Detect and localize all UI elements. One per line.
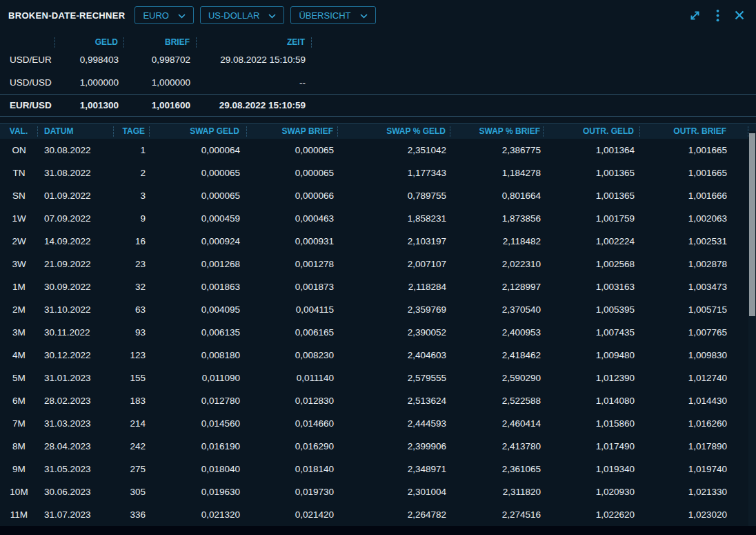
pair-cell: USD/EUR: [0, 55, 55, 65]
val-cell: 5M: [0, 373, 38, 383]
outr-brief-cell: 1,021330: [640, 487, 748, 497]
val-cell: 11M: [0, 509, 38, 520]
chevron-down-icon: [268, 10, 276, 21]
outr-geld-cell: 1,003163: [544, 282, 640, 292]
swap-brief-cell: 0,000066: [247, 191, 338, 201]
header-swap-brief: SWAP BRIEF: [247, 126, 338, 137]
outr-brief-cell: 1,016260: [640, 418, 748, 429]
swap-pct-geld-cell: 2,103197: [338, 236, 450, 246]
swap-geld-cell: 0,001268: [150, 259, 247, 269]
table-row[interactable]: 3M 30.11.2022 93 0,006135 0,006165 2,390…: [0, 321, 756, 344]
outr-geld-cell: 1,001364: [544, 145, 640, 155]
val-cell: 3W: [0, 259, 38, 269]
rates-table: GELD BRIEF ZEIT USD/EUR 0,998403 0,99870…: [0, 36, 756, 117]
outr-brief-cell: 1,014430: [640, 396, 748, 406]
datum-cell: 07.09.2022: [38, 213, 114, 224]
swap-pct-geld-cell: 2,444593: [338, 418, 450, 429]
swap-pct-geld-cell: 2,351042: [338, 145, 450, 155]
swap-pct-brief-cell: 2,386775: [450, 145, 544, 155]
swap-brief-cell: 0,001278: [247, 259, 338, 269]
table-row[interactable]: SN 01.09.2022 3 0,000065 0,000066 0,7897…: [0, 184, 756, 207]
rates-row[interactable]: USD/USD 1,000000 1,000000 --: [0, 71, 756, 94]
val-cell: 1W: [0, 213, 38, 224]
outr-brief-cell: 1,001666: [640, 191, 748, 201]
tage-cell: 32: [114, 282, 150, 292]
swap-geld-cell: 0,006135: [150, 327, 247, 338]
table-row[interactable]: 3W 21.09.2022 23 0,001268 0,001278 2,007…: [0, 253, 756, 275]
currency-dropdown-euro[interactable]: EURO: [135, 6, 194, 24]
header-swap-pct-brief: SWAP % BRIEF: [450, 126, 544, 137]
swap-pct-geld-cell: 2,301004: [338, 487, 450, 497]
table-row[interactable]: 11M 31.07.2023 336 0,021320 0,021420 2,2…: [0, 503, 756, 526]
tage-cell: 9: [114, 213, 150, 224]
geld-cell: 0,998403: [55, 55, 124, 65]
dropdown-label: ÜBERSICHT: [299, 10, 350, 21]
swap-pct-brief-cell: 2,118482: [450, 236, 544, 246]
broken-date-table-body: ON 30.08.2022 1 0,000064 0,000065 2,3510…: [0, 139, 756, 526]
swap-brief-cell: 0,014660: [247, 418, 338, 429]
tage-cell: 214: [114, 418, 150, 429]
tage-cell: 123: [114, 350, 150, 360]
close-icon[interactable]: [734, 10, 745, 21]
vertical-scrollbar[interactable]: [748, 131, 756, 526]
swap-pct-brief-cell: 2,418462: [450, 350, 544, 360]
scrollbar-thumb[interactable]: [749, 133, 755, 316]
datum-cell: 31.05.2023: [38, 464, 114, 474]
zeit-cell: 29.08.2022 15:10:59: [197, 55, 312, 65]
outr-brief-cell: 1,002531: [640, 236, 748, 246]
outr-geld-cell: 1,022620: [544, 509, 640, 520]
rates-header-brief: BRIEF: [124, 37, 197, 48]
view-dropdown-uebersicht[interactable]: ÜBERSICHT: [290, 6, 375, 24]
maximize-icon[interactable]: [688, 9, 702, 22]
swap-brief-cell: 0,016290: [247, 441, 338, 451]
swap-pct-brief-cell: 2,361065: [450, 464, 544, 474]
datum-cell: 30.08.2022: [38, 145, 114, 155]
swap-pct-brief-cell: 2,370540: [450, 304, 544, 315]
val-cell: 3M: [0, 327, 38, 338]
table-row[interactable]: 2M 31.10.2022 63 0,004095 0,004115 2,359…: [0, 298, 756, 321]
datum-cell: 30.12.2022: [38, 350, 114, 360]
swap-geld-cell: 0,021320: [150, 509, 247, 520]
datum-cell: 31.08.2022: [38, 168, 114, 178]
swap-pct-geld-cell: 2,579555: [338, 373, 450, 383]
rates-header-zeit: ZEIT: [197, 37, 312, 48]
table-row[interactable]: 10M 30.06.2023 305 0,019630 0,019730 2,3…: [0, 480, 756, 503]
swap-geld-cell: 0,004095: [150, 304, 247, 315]
table-row[interactable]: 1M 30.09.2022 32 0,001863 0,001873 2,118…: [0, 275, 756, 298]
datum-cell: 31.03.2023: [38, 418, 114, 429]
brief-cell: 0,998702: [124, 55, 197, 65]
table-row[interactable]: 8M 28.04.2023 242 0,016190 0,016290 2,39…: [0, 435, 756, 458]
table-row[interactable]: TN 31.08.2022 2 0,000065 0,000065 1,1773…: [0, 162, 756, 184]
tage-cell: 305: [114, 487, 150, 497]
broken-date-table-header: VAL. DATUM TAGE SWAP GELD SWAP BRIEF SWA…: [0, 123, 756, 139]
table-row[interactable]: 4M 30.12.2022 123 0,008180 0,008230 2,40…: [0, 344, 756, 367]
outr-brief-cell: 1,019740: [640, 464, 748, 474]
pair-cell: EUR/USD: [0, 100, 55, 110]
outr-geld-cell: 1,001365: [544, 168, 640, 178]
window-controls: [688, 9, 745, 22]
chevron-down-icon: [360, 10, 368, 21]
swap-pct-geld-cell: 2,404603: [338, 350, 450, 360]
rates-row[interactable]: USD/EUR 0,998403 0,998702 29.08.2022 15:…: [0, 48, 756, 71]
currency-dropdown-usdollar[interactable]: US-DOLLAR: [200, 6, 284, 24]
table-row[interactable]: 7M 31.03.2023 214 0,014560 0,014660 2,44…: [0, 412, 756, 435]
outr-geld-cell: 1,014080: [544, 396, 640, 406]
swap-pct-geld-cell: 0,789755: [338, 191, 450, 201]
table-row[interactable]: 1W 07.09.2022 9 0,000459 0,000463 1,8582…: [0, 207, 756, 230]
datum-cell: 31.01.2023: [38, 373, 114, 383]
table-row[interactable]: ON 30.08.2022 1 0,000064 0,000065 2,3510…: [0, 139, 756, 162]
val-cell: 10M: [0, 487, 38, 497]
table-row[interactable]: 2W 14.09.2022 16 0,000924 0,000931 2,103…: [0, 230, 756, 253]
swap-geld-cell: 0,011090: [150, 373, 247, 383]
menu-kebab-icon[interactable]: [716, 9, 719, 22]
tage-cell: 63: [114, 304, 150, 315]
tage-cell: 93: [114, 327, 150, 338]
val-cell: 9M: [0, 464, 38, 474]
tage-cell: 183: [114, 396, 150, 406]
table-row[interactable]: 6M 28.02.2023 183 0,012780 0,012830 2,51…: [0, 389, 756, 412]
rates-row[interactable]: EUR/USD 1,001300 1,001600 29.08.2022 15:…: [0, 94, 756, 117]
table-row[interactable]: 5M 31.01.2023 155 0,011090 0,011140 2,57…: [0, 367, 756, 389]
swap-pct-geld-cell: 2,348971: [338, 464, 450, 474]
tage-cell: 242: [114, 441, 150, 451]
table-row[interactable]: 9M 31.05.2023 275 0,018040 0,018140 2,34…: [0, 458, 756, 480]
